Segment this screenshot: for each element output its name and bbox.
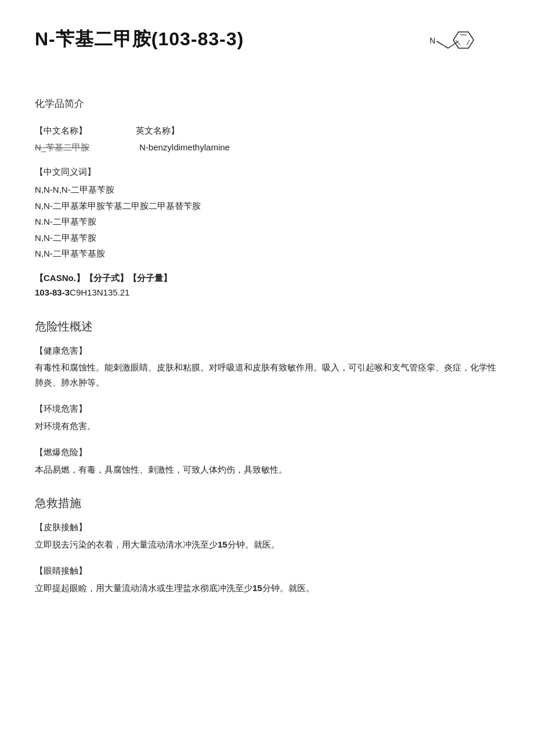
env-hazard-label: 【环境危害】: [35, 401, 499, 416]
eye-bold-15: 15: [252, 583, 262, 593]
title-prefix: N-苄基二甲胺: [35, 28, 151, 49]
mol-weight-label: 【分子量】: [128, 271, 172, 286]
mol-formula-value: C9H13N: [70, 285, 103, 300]
fire-hazard-label: 【燃爆危险】: [35, 445, 499, 460]
title-cas: (103-83-3): [151, 28, 244, 49]
cas-values-row: 103-83-3 C9H13N 135.21: [35, 285, 499, 300]
svg-marker-3: [453, 32, 474, 48]
eye-contact-block: 【眼睛接触】 立即提起眼睑，用大量流动清水或生理盐水彻底冲洗至少15分钟。就医。: [35, 563, 499, 595]
fire-hazard-block: 【燃爆危险】 本品易燃，有毒，具腐蚀性、刺激性，可致人体灼伤，具致敏性。: [35, 445, 499, 477]
synonym-label: 【中文同义词】: [35, 164, 499, 179]
health-hazard-label: 【健康危害】: [35, 343, 499, 358]
page-header: N-苄基二甲胺(103-83-3) N: [35, 23, 499, 78]
hazard-section: 危险性概述 【健康危害】 有毒性和腐蚀性。能刺激眼睛、皮肤和粘膜。对呼吸道和皮肤…: [35, 316, 499, 477]
cas-number: 103-83-3: [35, 285, 70, 300]
health-hazard-text: 有毒性和腐蚀性。能刺激眼睛、皮肤和粘膜。对呼吸道和皮肤有致敏作用。吸入，可引起喉…: [35, 360, 499, 390]
hazard-section-title: 危险性概述: [35, 316, 499, 336]
svg-line-2: [448, 41, 459, 48]
env-hazard-block: 【环境危害】 对环境有危害。: [35, 401, 499, 433]
chinese-name-value: N_苄基二甲胺: [35, 142, 89, 152]
english-name-value: N-benzyldimethylamine: [139, 142, 230, 152]
molecule-structure: N: [424, 26, 499, 78]
eye-contact-label: 【眼睛接触】: [35, 563, 499, 578]
intro-section: 化学品简介 【中文名称】 英文名称】 N_苄基二甲胺 N-benzyldimet…: [35, 96, 499, 300]
env-hazard-text: 对环境有危害。: [35, 419, 499, 434]
skin-contact-block: 【皮肤接触】 立即脱去污染的衣着，用大量流动清水冲洗至少15分钟。就医。: [35, 520, 499, 552]
mol-weight-value: 135.21: [103, 285, 130, 300]
svg-text:N: N: [430, 36, 435, 45]
synonym-block: 【中文同义词】 N,N-N,N-二甲基苄胺 N,N-二甲基苯甲胺苄基二甲胺二甲基…: [35, 164, 499, 261]
first-aid-section-title: 急救措施: [35, 493, 499, 513]
first-aid-section: 急救措施 【皮肤接触】 立即脱去污染的衣着，用大量流动清水冲洗至少15分钟。就医…: [35, 493, 499, 595]
name-row: 【中文名称】 英文名称】: [35, 123, 499, 138]
list-item: N,N-二甲基苯甲胺苄基二甲胺二甲基替苄胺: [35, 199, 499, 214]
chinese-name-label: 【中文名称】 英文名称】: [35, 123, 179, 138]
mol-formula-label: 【分子式】: [85, 271, 128, 286]
list-item: N,N-N,N-二甲基苄胺: [35, 182, 499, 197]
name-value-row: N_苄基二甲胺 N-benzyldimethylamine: [35, 140, 499, 155]
cas-row: 【CASNo.】 【分子式】 【分子量】: [35, 271, 499, 286]
skin-contact-label: 【皮肤接触】: [35, 520, 499, 535]
cas-block: 【CASNo.】 【分子式】 【分子量】 103-83-3 C9H13N 135…: [35, 271, 499, 300]
cas-label: 【CASNo.】: [35, 271, 85, 286]
svg-line-5: [467, 40, 470, 45]
intro-section-title: 化学品简介: [35, 96, 499, 113]
health-hazard-block: 【健康危害】 有毒性和腐蚀性。能刺激眼睛、皮肤和粘膜。对呼吸道和皮肤有致敏作用。…: [35, 343, 499, 390]
list-item: N.N-二甲基苄胺: [35, 214, 499, 229]
skin-contact-text: 立即脱去污染的衣着，用大量流动清水冲洗至少15分钟。就医。: [35, 537, 499, 552]
english-name-label: 英文名称】: [136, 125, 179, 135]
eye-contact-text: 立即提起眼睑，用大量流动清水或生理盐水彻底冲洗至少15分钟。就医。: [35, 581, 499, 596]
list-item: N,N-二甲基苄基胺: [35, 246, 499, 261]
synonyms-list: N,N-N,N-二甲基苄胺 N,N-二甲基苯甲胺苄基二甲胺二甲基替苄胺 N.N-…: [35, 182, 499, 261]
fire-hazard-text: 本品易燃，有毒，具腐蚀性、刺激性，可致人体灼伤，具致敏性。: [35, 462, 499, 477]
svg-line-1: [436, 41, 448, 48]
chinese-name-bracket: 【中文名称】: [35, 125, 87, 135]
list-item: N,N-二甲基苄胺: [35, 231, 499, 246]
skin-bold-15: 15: [218, 539, 228, 549]
compound-title: N-苄基二甲胺(103-83-3): [35, 23, 244, 55]
